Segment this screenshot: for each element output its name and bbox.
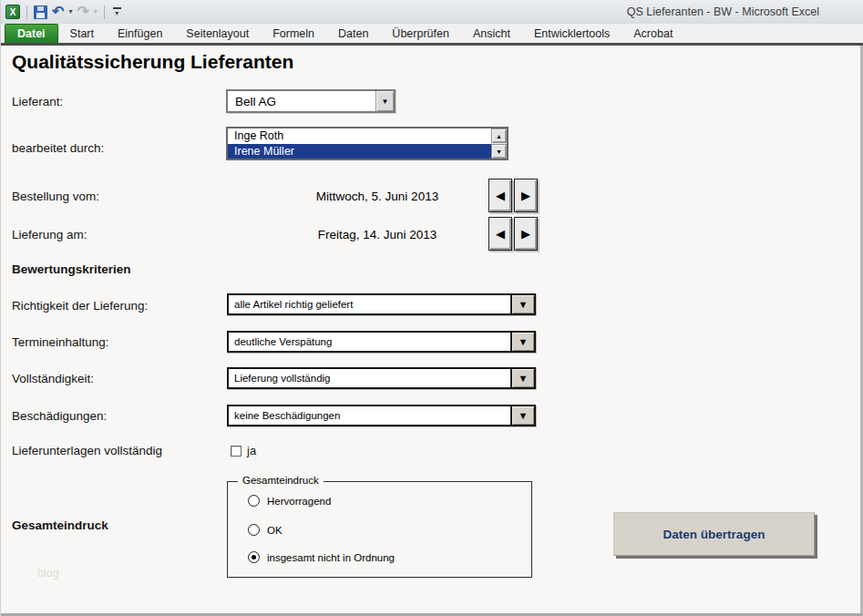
punctuality-label: Termineinhaltung: bbox=[12, 335, 109, 349]
tab-ansicht[interactable]: Ansicht bbox=[461, 24, 522, 43]
radio-option-not-ok[interactable]: insgesamt nicht in Ordnung bbox=[248, 551, 395, 563]
correctness-label: Richtigkeit der Lieferung: bbox=[12, 299, 148, 313]
chevron-down-icon[interactable]: ▼ bbox=[375, 91, 394, 111]
radio-label: insgesamt nicht in Ordnung bbox=[267, 552, 395, 563]
redo-icon: ↷ bbox=[77, 5, 88, 18]
overall-group-title: Gesamteindruck bbox=[238, 475, 324, 486]
undo-dropdown-icon[interactable]: ▾ bbox=[68, 8, 72, 15]
customize-quick-access-icon[interactable]: ▾ bbox=[113, 7, 121, 17]
list-item[interactable]: Inge Roth bbox=[228, 128, 491, 144]
documents-checkbox-label: ja bbox=[247, 444, 256, 457]
completeness-label: Vollständigkeit: bbox=[12, 372, 94, 385]
spin-left-button[interactable]: ◀ bbox=[488, 179, 512, 212]
tab-einfuegen[interactable]: Einfügen bbox=[106, 24, 174, 43]
spin-left-button[interactable]: ◀ bbox=[488, 217, 512, 251]
chevron-down-icon[interactable]: ▼ bbox=[510, 406, 534, 425]
correctness-dropdown[interactable]: alle Artikel richtig geliefert ▼ bbox=[227, 293, 536, 315]
delivery-date-spinner: ◀ ▶ bbox=[488, 217, 538, 251]
delivery-date-label: Lieferung am: bbox=[12, 228, 87, 241]
ribbon-divider bbox=[1, 43, 863, 46]
overall-label: Gesamteindruck bbox=[12, 518, 108, 532]
window-title: QS Lieferanten - BW - Microsoft Excel bbox=[627, 5, 819, 18]
page-title: Qualitätssicherung Lieferanten bbox=[12, 51, 293, 73]
order-date-value: Mittwoch, 5. Juni 2013 bbox=[226, 190, 529, 203]
spin-right-button[interactable]: ▶ bbox=[514, 179, 538, 212]
spin-right-button[interactable]: ▶ bbox=[514, 217, 538, 251]
tab-acrobat[interactable]: Acrobat bbox=[622, 24, 684, 43]
radio-option-ok[interactable]: OK bbox=[248, 524, 283, 536]
save-icon[interactable] bbox=[34, 5, 47, 19]
radio-icon-selected[interactable] bbox=[248, 551, 260, 563]
damage-dropdown[interactable]: keine Beschädigungen ▼ bbox=[227, 405, 536, 426]
redo-dropdown-icon: ▾ bbox=[94, 8, 98, 15]
delivery-date-value: Freitag, 14. Juni 2013 bbox=[226, 228, 529, 241]
undo-icon[interactable]: ↶ bbox=[52, 5, 64, 18]
damage-label: Beschädigungen: bbox=[12, 409, 107, 423]
order-date-spinner: ◀ ▶ bbox=[488, 179, 538, 212]
divider bbox=[104, 5, 105, 19]
radio-label: Hervorragend bbox=[267, 496, 331, 507]
radio-icon[interactable] bbox=[248, 524, 260, 536]
supplier-value: Bell AG bbox=[228, 91, 375, 111]
tab-daten[interactable]: Daten bbox=[326, 24, 380, 43]
radio-option-excellent[interactable]: Hervorragend bbox=[248, 495, 331, 507]
tab-start[interactable]: Start bbox=[58, 24, 106, 43]
excel-app-icon[interactable]: X bbox=[5, 5, 20, 19]
chevron-down-icon[interactable]: ▼ bbox=[510, 295, 534, 313]
editor-listbox[interactable]: Inge Roth Irene Müller ▲ ▼ bbox=[226, 127, 509, 160]
tab-datei[interactable]: Datei bbox=[5, 24, 58, 43]
supplier-label: Lieferant: bbox=[12, 95, 63, 108]
chevron-down-icon[interactable]: ▼ bbox=[510, 333, 534, 351]
completeness-value: Lieferung vollständig bbox=[229, 369, 510, 387]
scroll-down-icon[interactable]: ▼ bbox=[491, 144, 507, 159]
watermark-text: blog bbox=[37, 567, 59, 580]
title-bar: X ↶ ▾ ↷ ▾ ▾ QS Lieferanten - BW - Micros… bbox=[1, 0, 863, 24]
supplier-dropdown[interactable]: Bell AG ▼ bbox=[226, 89, 396, 113]
radio-label: OK bbox=[267, 525, 283, 536]
divider bbox=[26, 5, 27, 19]
criteria-heading: Bewertungskriterien bbox=[12, 262, 131, 276]
punctuality-dropdown[interactable]: deutliche Verspätung ▼ bbox=[227, 331, 536, 353]
tab-formeln[interactable]: Formeln bbox=[261, 24, 326, 43]
tab-entwicklertools[interactable]: Entwicklertools bbox=[522, 24, 622, 43]
completeness-dropdown[interactable]: Lieferung vollständig ▼ bbox=[227, 367, 536, 389]
submit-data-button[interactable]: Daten übertragen bbox=[613, 512, 815, 556]
tab-seitenlayout[interactable]: Seitenlayout bbox=[174, 24, 261, 43]
listbox-scrollbar[interactable]: ▲ ▼ bbox=[491, 128, 507, 159]
overall-groupbox: Gesamteindruck Hervorragend OK insgesamt… bbox=[227, 481, 532, 578]
editor-label: bearbeitet durch: bbox=[12, 141, 104, 155]
radio-icon[interactable] bbox=[248, 495, 260, 507]
tab-ueberpruefen[interactable]: Überprüfen bbox=[380, 24, 461, 43]
damage-value: keine Beschädigungen bbox=[229, 406, 510, 425]
order-date-label: Bestellung vom: bbox=[12, 190, 99, 203]
scroll-up-icon[interactable]: ▲ bbox=[491, 128, 507, 143]
chevron-down-icon[interactable]: ▼ bbox=[510, 369, 534, 387]
chevron-down-icon: ▾ bbox=[115, 10, 118, 17]
list-item-selected[interactable]: Irene Müller bbox=[228, 144, 491, 159]
correctness-value: alle Artikel richtig geliefert bbox=[229, 295, 510, 313]
documents-checkbox[interactable] bbox=[231, 446, 241, 457]
excel-window: X ↶ ▾ ↷ ▾ ▾ QS Lieferanten - BW - Micros… bbox=[0, 0, 863, 616]
ribbon-tab-bar: Datei Start Einfügen Seitenlayout Formel… bbox=[1, 24, 863, 43]
punctuality-value: deutliche Verspätung bbox=[229, 333, 510, 351]
documents-label: Lieferunterlagen vollständig bbox=[12, 444, 162, 457]
